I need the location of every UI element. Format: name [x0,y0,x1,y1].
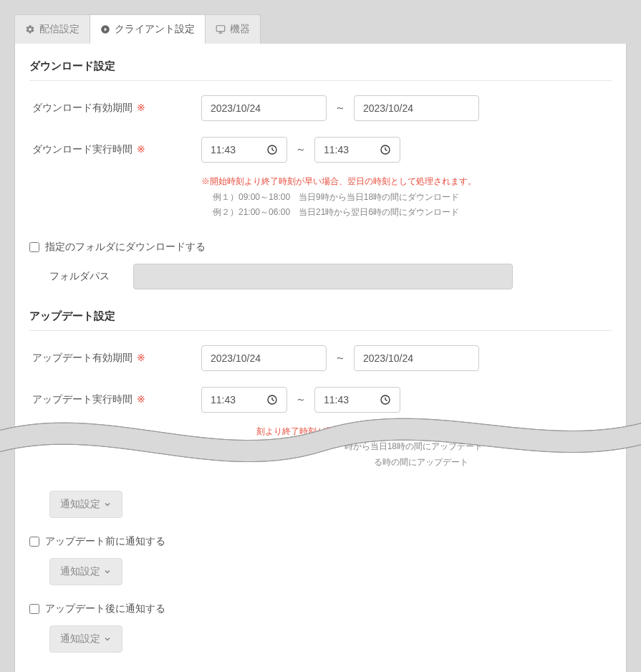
folder-path-label: フォルダパス [29,270,133,283]
tabs: 配信設定 クライアント設定 機器 [14,14,627,44]
notify-settings-button-2[interactable]: 通知設定 [49,558,122,585]
update-period-start[interactable] [201,345,327,371]
update-time-end[interactable]: 11:43 [314,387,400,413]
checkbox-label: 指定のフォルダにダウンロードする [45,241,206,254]
monitor-icon [216,24,226,34]
chevron-down-icon [103,635,112,643]
download-period-end[interactable] [354,95,479,121]
download-time-label: ダウンロード実行時間 ※ [29,143,201,156]
notify-settings-button-3[interactable]: 通知設定 [49,625,122,653]
notify-after-checkbox[interactable] [29,604,39,614]
download-period-label: ダウンロード有効期間 ※ [29,102,201,115]
gear-icon [25,24,35,34]
tab-label: 配信設定 [39,23,79,36]
update-time-label: アップデート実行時間 ※ [29,393,201,406]
chevron-down-icon [103,567,112,576]
tilde: ～ [335,352,345,365]
notify-settings-button-1[interactable]: 通知設定 [49,491,122,518]
checkbox-label: アップデート後に通知する [45,603,165,615]
update-period-row: アップデート有効期間 ※ ～ [29,345,612,371]
update-note: 刻より終了時刻が早い場合、翌日の時刻として処理されます。 時から当日18時の間に… [201,424,612,471]
update-period-label: アップデート有効期間 ※ [29,352,201,365]
arrow-circle-icon [100,24,110,34]
clock-icon [380,394,391,405]
chevron-down-icon [103,500,112,509]
tab-label: クライアント設定 [115,23,195,36]
tilde: ～ [296,393,306,406]
download-section-title: ダウンロード設定 [29,59,612,81]
update-time-start[interactable]: 11:43 [201,387,287,413]
download-folder-checkbox[interactable] [29,242,39,252]
folder-path-input[interactable] [133,264,513,289]
update-period-end[interactable] [354,345,479,371]
download-time-end[interactable]: 11:43 [314,137,400,163]
notify-before-checkbox[interactable] [29,537,39,547]
notify-before-row[interactable]: アップデート前に通知する [29,535,612,548]
svg-line-14 [385,400,387,400]
download-time-start[interactable]: 11:43 [201,137,287,163]
svg-line-5 [272,150,274,150]
download-note: ※開始時刻より終了時刻が早い場合、翌日の時刻として処理されます。 例１）09:0… [201,174,612,221]
download-period-row: ダウンロード有効期間 ※ ～ [29,95,612,121]
download-folder-checkbox-row[interactable]: 指定のフォルダにダウンロードする [29,241,612,254]
checkbox-label: アップデート前に通知する [45,535,165,548]
tab-label: 機器 [230,23,250,36]
folder-path-row: フォルダパス [29,264,612,289]
panel: ダウンロード設定 ダウンロード有効期間 ※ ～ ダウンロード実行時間 ※ 11:… [14,44,627,672]
clock-icon [266,394,278,405]
tilde: ～ [335,102,345,115]
tab-distribution[interactable]: 配信設定 [14,14,90,44]
svg-line-8 [385,150,387,150]
update-section-title: アップデート設定 [29,309,612,331]
download-period-start[interactable] [201,95,327,121]
tab-device[interactable]: 機器 [206,14,261,44]
tab-client[interactable]: クライアント設定 [90,14,206,44]
clock-icon [266,144,278,155]
clock-icon [380,144,391,155]
svg-rect-0 [216,26,225,32]
update-time-row: アップデート実行時間 ※ 11:43 ～ 11:43 [29,387,612,413]
download-time-row: ダウンロード実行時間 ※ 11:43 ～ 11:43 [29,137,612,163]
notify-after-row[interactable]: アップデート後に通知する [29,603,612,615]
tilde: ～ [296,143,306,156]
svg-line-11 [272,400,274,400]
